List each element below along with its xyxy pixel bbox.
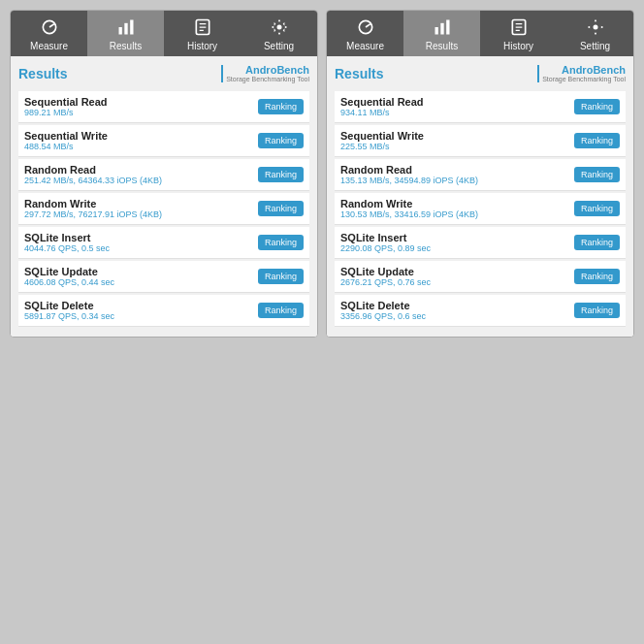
right-row-1-value: 225.55 MB/s	[340, 142, 424, 151]
right-ranking-btn-0[interactable]: Ranking	[574, 99, 620, 114]
right-ranking-btn-6[interactable]: Ranking	[574, 303, 620, 318]
svg-rect-4	[130, 20, 133, 35]
right-row-5-value: 2676.21 QPS, 0.76 sec	[340, 277, 431, 287]
right-row-1-info: Sequential Write 225.55 MB/s	[340, 130, 424, 151]
left-content: Results AndroBench Storage Benchmarking …	[11, 56, 317, 337]
left-results-header: Results AndroBench Storage Benchmarking …	[18, 64, 309, 83]
right-row-2-name: Random Read	[340, 164, 478, 176]
right-results-icon	[432, 16, 453, 38]
left-row-2-info: Random Read 251.42 MB/s, 64364.33 iOPS (…	[24, 164, 162, 185]
right-ranking-btn-1[interactable]: Ranking	[574, 133, 620, 148]
left-nav-history[interactable]: History	[164, 11, 241, 56]
left-row-3: Random Write 297.72 MB/s, 76217.91 iOPS …	[18, 193, 309, 225]
right-setting-label: Setting	[580, 41, 610, 51]
right-brand-bar	[537, 65, 539, 82]
left-ranking-btn-6[interactable]: Ranking	[258, 303, 304, 318]
left-ranking-btn-5[interactable]: Ranking	[258, 269, 304, 284]
left-row-0: Sequential Read 989.21 MB/s Ranking	[18, 91, 309, 123]
left-brand-andro: Andro	[245, 64, 276, 76]
right-row-4-info: SQLite Insert 2290.08 QPS, 0.89 sec	[340, 232, 431, 253]
left-row-0-name: Sequential Read	[24, 96, 108, 108]
right-results-title: Results	[335, 66, 384, 81]
right-row-5: SQLite Update 2676.21 QPS, 0.76 sec Rank…	[335, 261, 626, 293]
right-ranking-btn-3[interactable]: Ranking	[574, 201, 620, 216]
left-ranking-btn-1[interactable]: Ranking	[258, 133, 304, 148]
right-setting-icon	[585, 16, 606, 38]
right-row-2: Random Read 135.13 MB/s, 34594.89 iOPS (…	[335, 159, 626, 191]
left-brand-name: AndroBench	[245, 64, 309, 76]
right-measure-label: Measure	[346, 41, 384, 51]
right-nav-bar: Measure Results History Setting	[327, 11, 633, 56]
right-row-2-value: 135.13 MB/s, 34594.89 iOPS (4KB)	[340, 176, 478, 185]
right-row-3-value: 130.53 MB/s, 33416.59 iOPS (4KB)	[340, 209, 478, 219]
left-results-title: Results	[18, 66, 68, 81]
right-brand-text: AndroBench Storage Benchmarking Tool	[542, 64, 626, 83]
right-results-header: Results AndroBench Storage Benchmarking …	[335, 64, 626, 83]
right-row-1: Sequential Write 225.55 MB/s Ranking	[335, 125, 626, 157]
left-results-list: Sequential Read 989.21 MB/s Ranking Sequ…	[18, 91, 309, 327]
left-ranking-btn-3[interactable]: Ranking	[258, 201, 304, 216]
right-ranking-btn-5[interactable]: Ranking	[574, 269, 620, 284]
right-row-4-value: 2290.08 QPS, 0.89 sec	[340, 243, 431, 253]
right-row-5-name: SQLite Update	[340, 266, 431, 277]
right-row-3-name: Random Write	[340, 198, 478, 209]
left-ranking-btn-0[interactable]: Ranking	[258, 99, 304, 114]
right-nav-history[interactable]: History	[480, 11, 557, 56]
right-row-1-name: Sequential Write	[340, 130, 424, 142]
left-row-3-value: 297.72 MB/s, 76217.91 iOPS (4KB)	[24, 209, 162, 219]
app-container: Measure Results History Setting	[0, 0, 644, 644]
left-row-5-name: SQLite Update	[24, 266, 114, 277]
left-row-6-name: SQLite Delete	[24, 300, 114, 311]
svg-rect-14	[446, 20, 449, 35]
right-nav-setting[interactable]: Setting	[557, 11, 633, 56]
left-nav-setting[interactable]: Setting	[241, 11, 317, 56]
right-history-label: History	[503, 41, 533, 51]
left-nav-results[interactable]: Results	[87, 11, 164, 56]
left-nav-bar: Measure Results History Setting	[11, 11, 317, 56]
right-brand-sub: Storage Benchmarking Tool	[542, 76, 626, 83]
left-history-label: History	[187, 41, 217, 51]
left-row-5-info: SQLite Update 4606.08 QPS, 0.44 sec	[24, 266, 114, 287]
right-row-2-info: Random Read 135.13 MB/s, 34594.89 iOPS (…	[340, 164, 478, 185]
right-content: Results AndroBench Storage Benchmarking …	[327, 56, 633, 337]
right-row-6-name: SQLite Delete	[340, 300, 426, 311]
right-row-3: Random Write 130.53 MB/s, 33416.59 iOPS …	[335, 193, 626, 225]
left-row-2-name: Random Read	[24, 164, 162, 176]
right-nav-results[interactable]: Results	[403, 11, 480, 56]
left-row-1: Sequential Write 488.54 MB/s Ranking	[18, 125, 309, 157]
right-row-6: SQLite Delete 3356.96 QPS, 0.6 sec Ranki…	[335, 295, 626, 327]
results-icon	[115, 16, 137, 38]
left-row-5-value: 4606.08 QPS, 0.44 sec	[24, 277, 114, 287]
right-row-0-value: 934.11 MB/s	[340, 108, 424, 117]
left-ranking-btn-4[interactable]: Ranking	[258, 235, 304, 250]
left-brand-bench: Bench	[276, 64, 309, 76]
left-row-1-value: 488.54 MB/s	[24, 142, 108, 151]
setting-icon	[269, 16, 290, 38]
right-brand: AndroBench Storage Benchmarking Tool	[537, 64, 626, 83]
left-brand-sub: Storage Benchmarking Tool	[226, 76, 309, 83]
left-row-0-info: Sequential Read 989.21 MB/s	[24, 96, 108, 117]
left-measure-label: Measure	[30, 41, 68, 51]
svg-rect-2	[118, 27, 121, 35]
right-brand-name: AndroBench	[562, 64, 626, 76]
left-row-1-name: Sequential Write	[24, 130, 108, 142]
left-ranking-btn-2[interactable]: Ranking	[258, 167, 304, 182]
right-row-0: Sequential Read 934.11 MB/s Ranking	[335, 91, 626, 123]
left-nav-measure[interactable]: Measure	[11, 11, 87, 56]
right-phone: Measure Results History Setting	[326, 10, 634, 338]
right-row-3-info: Random Write 130.53 MB/s, 33416.59 iOPS …	[340, 198, 478, 219]
right-ranking-btn-2[interactable]: Ranking	[574, 167, 620, 182]
left-row-2: Random Read 251.42 MB/s, 64364.33 iOPS (…	[18, 159, 309, 191]
left-row-6-info: SQLite Delete 5891.87 QPS, 0.34 sec	[24, 300, 114, 321]
left-row-5: SQLite Update 4606.08 QPS, 0.44 sec Rank…	[18, 261, 309, 293]
left-row-1-info: Sequential Write 488.54 MB/s	[24, 130, 108, 151]
left-row-4: SQLite Insert 4044.76 QPS, 0.5 sec Ranki…	[18, 227, 309, 259]
svg-point-19	[593, 25, 597, 30]
right-measure-icon	[355, 16, 376, 38]
svg-rect-12	[435, 27, 437, 35]
left-brand-text: AndroBench Storage Benchmarking Tool	[226, 64, 309, 83]
right-row-0-name: Sequential Read	[340, 96, 424, 108]
right-history-icon	[508, 16, 530, 38]
right-nav-measure[interactable]: Measure	[327, 11, 403, 56]
right-ranking-btn-4[interactable]: Ranking	[574, 235, 620, 250]
